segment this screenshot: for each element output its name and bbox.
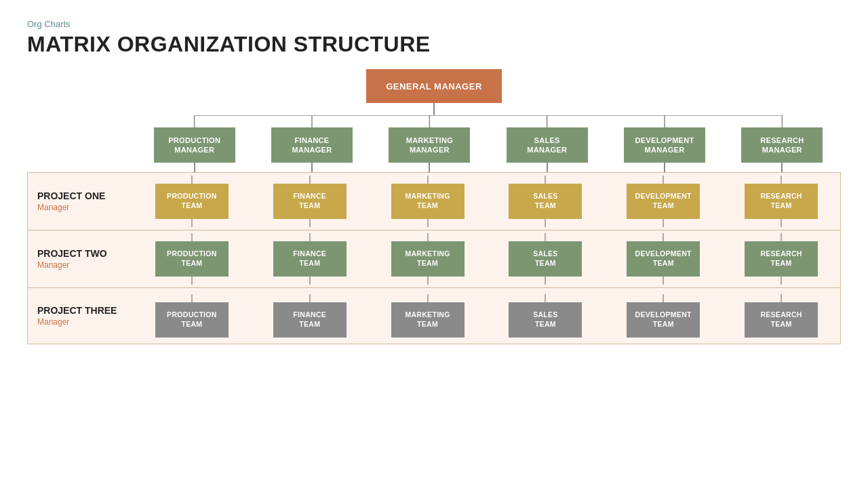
v-line-top: [427, 294, 429, 302]
managers-line-row: [27, 163, 841, 172]
manager-col-development: DEVELOPMENTMANAGER: [606, 127, 723, 163]
manager-col-sales: SALESMANAGER: [488, 127, 606, 163]
sales-manager-box: SALESMANAGER: [507, 127, 588, 163]
team-cell: SALESTEAM: [486, 173, 604, 230]
project-row-three: PROJECT THREE Manager PRODUCTIONTEAM FIN…: [28, 288, 840, 344]
team-box: DEVELOPMENTTEAM: [627, 302, 700, 338]
team-cell: FINANCETEAM: [251, 173, 369, 230]
v-line-top: [781, 233, 782, 241]
team-box: SALESTEAM: [509, 302, 582, 338]
gm-connector: GENERAL MANAGER: [366, 69, 502, 115]
mgr-line-5: [664, 163, 665, 172]
manager-col-research: RESEARCHMANAGER: [724, 127, 841, 163]
research-manager-box: RESEARCHMANAGER: [741, 127, 823, 163]
project-one-teams: PRODUCTIONTEAM FINANCETEAM MARKETINGTEAM: [133, 173, 840, 230]
team-box: MARKETINGTEAM: [391, 241, 465, 277]
org-chart: GENERAL MANAGER PRODUCTIONMANAGER: [27, 69, 841, 344]
team-cell: MARKETINGTEAM: [369, 173, 487, 230]
v-line-top: [427, 233, 429, 241]
team-cell: RESEARCHTEAM: [722, 173, 840, 230]
marketing-manager-box: MARKETINGMANAGER: [389, 127, 470, 163]
team-cell: DEVELOPMENTTEAM: [604, 173, 722, 230]
v-line-bot: [545, 219, 546, 227]
v-line-bot: [545, 277, 546, 285]
team-cell: RESEARCHTEAM: [722, 230, 840, 287]
team-cell: RESEARCHTEAM: [722, 288, 840, 344]
v-line-top: [427, 176, 429, 184]
v-line-top: [663, 294, 664, 302]
project-three-name: PROJECT THREE: [37, 305, 123, 316]
v-line-top: [191, 176, 193, 184]
project-row-two: PROJECT TWO Manager PRODUCTIONTEAM FINAN…: [28, 230, 840, 288]
v-line-bot: [781, 219, 782, 227]
team-cell: MARKETINGTEAM: [369, 288, 487, 344]
project-three-manager: Manager: [37, 317, 123, 327]
project-three-label: PROJECT THREE Manager: [28, 288, 133, 344]
v-line-top: [781, 176, 782, 184]
team-box: SALESTEAM: [509, 241, 582, 277]
team-box: RESEARCHTEAM: [745, 302, 818, 338]
manager-col-finance: FINANCEMANAGER: [253, 127, 370, 163]
team-box: DEVELOPMENTTEAM: [627, 184, 700, 219]
team-box: MARKETINGTEAM: [391, 302, 465, 338]
mgr-line-2: [311, 163, 313, 172]
managers-row: PRODUCTIONMANAGER FINANCEMANAGER MARKETI…: [27, 127, 841, 163]
finance-manager-box: FINANCEMANAGER: [271, 127, 353, 163]
team-box: SALESTEAM: [509, 184, 582, 219]
mgr-line-6: [781, 163, 783, 172]
v-line-bot: [309, 277, 311, 285]
team-cell: PRODUCTIONTEAM: [133, 230, 251, 287]
mgr-line-4: [547, 163, 548, 172]
project-one-name: PROJECT ONE: [37, 190, 123, 201]
team-cell: DEVELOPMENTTEAM: [604, 288, 722, 344]
horizontal-connector: [27, 115, 841, 127]
team-box: PRODUCTIONTEAM: [155, 241, 229, 277]
v-line-bot: [191, 219, 193, 227]
project-two-label: PROJECT TWO Manager: [28, 230, 133, 287]
v-line-bot: [309, 219, 311, 227]
team-box: FINANCETEAM: [273, 302, 347, 338]
team-box: FINANCETEAM: [273, 241, 347, 277]
v-line-top: [191, 294, 193, 302]
v-line-bot: [427, 277, 429, 285]
mgr-line-3: [429, 163, 430, 172]
v-line-top: [545, 294, 546, 302]
team-cell: MARKETINGTEAM: [369, 230, 487, 287]
project-two-manager: Manager: [37, 260, 123, 270]
production-manager-box: PRODUCTIONMANAGER: [154, 127, 235, 163]
project-three-teams: PRODUCTIONTEAM FINANCETEAM MARKETINGTEAM…: [133, 288, 840, 344]
projects-area: PROJECT ONE Manager PRODUCTIONTEAM FINAN…: [27, 172, 841, 344]
project-two-name: PROJECT TWO: [37, 248, 123, 259]
team-box: DEVELOPMENTTEAM: [627, 241, 700, 277]
v-line-top: [309, 294, 311, 302]
gm-box: GENERAL MANAGER: [366, 69, 502, 103]
team-box: RESEARCHTEAM: [745, 241, 818, 277]
page: Org Charts MATRIX ORGANIZATION STRUCTURE…: [0, 0, 868, 488]
v-line-bot: [781, 277, 782, 285]
v-line-top: [545, 176, 546, 184]
mgr-line-1: [194, 163, 195, 172]
team-cell: PRODUCTIONTEAM: [133, 173, 251, 230]
team-box: PRODUCTIONTEAM: [155, 184, 229, 219]
team-cell: FINANCETEAM: [251, 288, 369, 344]
v-line-top: [191, 233, 193, 241]
v-line-top: [309, 176, 311, 184]
development-manager-box: DEVELOPMENTMANAGER: [624, 127, 705, 163]
manager-col-production: PRODUCTIONMANAGER: [136, 127, 253, 163]
team-cell: DEVELOPMENTTEAM: [604, 230, 722, 287]
team-cell: PRODUCTIONTEAM: [133, 288, 251, 344]
v-line-top: [663, 233, 664, 241]
team-box: RESEARCHTEAM: [745, 184, 818, 219]
v-line-bot: [663, 277, 664, 285]
team-cell: SALESTEAM: [486, 288, 604, 344]
v-line-top: [545, 233, 546, 241]
subtitle: Org Charts: [27, 19, 841, 29]
gm-vertical-line: [433, 103, 435, 115]
connector-svg: [136, 115, 841, 127]
project-one-label: PROJECT ONE Manager: [28, 173, 133, 230]
project-row-one: PROJECT ONE Manager PRODUCTIONTEAM FINAN…: [28, 173, 840, 230]
v-line-top: [663, 176, 664, 184]
v-line-top: [309, 233, 311, 241]
v-line-bot: [191, 277, 193, 285]
project-one-manager: Manager: [37, 203, 123, 212]
